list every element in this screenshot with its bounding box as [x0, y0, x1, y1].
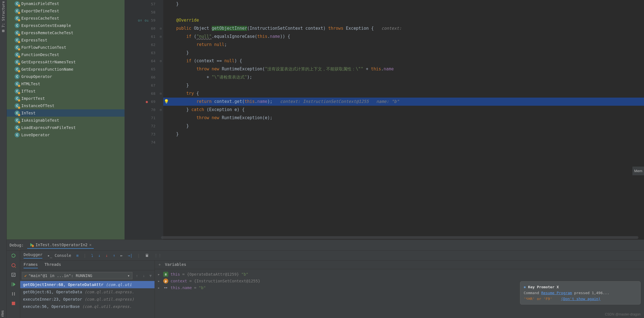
filter-icon[interactable]: ▼ — [148, 273, 153, 278]
fold-toggle[interactable] — [158, 49, 163, 57]
fold-toggle[interactable] — [158, 8, 163, 16]
fold-toggle[interactable]: ⊟ — [158, 57, 163, 65]
update-button[interactable] — [11, 272, 16, 278]
threads-tab[interactable]: Threads — [45, 262, 61, 268]
structure-item[interactable]: CExpressContextExample — [7, 22, 125, 29]
fold-toggle[interactable]: ⊟ — [158, 33, 163, 41]
frame-list[interactable]: getObjectInner:68, OperateDataAttr (com.… — [20, 281, 155, 318]
gutter-line[interactable]: 70 — [125, 106, 155, 114]
fold-toggle[interactable] — [158, 114, 163, 122]
gutter-line[interactable]: 65 — [125, 65, 155, 73]
editor-gutter[interactable]: 5758o↑o↓59606162636465666768●69707172737… — [125, 0, 158, 239]
structure-item[interactable]: CInstanceOfTest — [7, 102, 125, 109]
code-editor[interactable]: 5758o↑o↓59606162636465666768●69707172737… — [125, 0, 644, 239]
prev-frame-icon[interactable]: ↑ — [135, 273, 139, 278]
modify-run-button[interactable] — [11, 262, 16, 268]
thread-dropdown[interactable]: ✔ "main"@1 in ...in": RUNNING ▾ — [22, 272, 132, 279]
fold-toggle[interactable] — [158, 0, 163, 8]
resume-button[interactable] — [11, 282, 16, 287]
structure-item[interactable]: CGetExpressAttrNamesTest — [7, 58, 125, 66]
fold-toggle[interactable]: ⊟ — [158, 89, 163, 98]
horizontal-scrollbar[interactable] — [161, 236, 638, 239]
expand-icon[interactable]: ▸ — [158, 272, 161, 276]
force-step-into-icon[interactable]: ↓ — [105, 253, 108, 258]
code-line[interactable]: + "\"请检查表达式"); — [163, 73, 644, 81]
variable-row[interactable]: ▸≡this = {OperateDataAttr@1259} "b" — [158, 271, 641, 278]
code-line[interactable]: } — [163, 81, 644, 89]
structure-item[interactable]: CIfTest — [7, 87, 125, 95]
gutter-line[interactable]: 72 — [125, 122, 155, 130]
close-icon[interactable]: × — [89, 243, 91, 247]
fold-toggle[interactable] — [158, 130, 163, 138]
show-execution-icon[interactable]: ≡ — [76, 253, 79, 258]
fold-toggle[interactable] — [158, 122, 163, 130]
evaluate-icon[interactable]: 🖩 — [145, 253, 149, 258]
resume-program-link[interactable]: Resume Program — [541, 291, 572, 295]
code-line[interactable]: } — [163, 122, 644, 130]
gutter-line[interactable]: 66 — [125, 73, 155, 81]
fold-toggle[interactable] — [158, 98, 163, 106]
gutter-line[interactable]: 67 — [125, 81, 155, 89]
structure-item[interactable]: CHTMLTest — [7, 80, 125, 87]
gutter-line[interactable]: 61 — [125, 33, 155, 41]
stack-frame[interactable]: getObject:61, OperateData (com.ql.util.e… — [20, 288, 155, 296]
fold-toggle[interactable] — [158, 65, 163, 73]
pause-button[interactable] — [11, 291, 16, 297]
console-tab[interactable]: ▸_ Console — [47, 253, 71, 258]
code-line[interactable]: @Override — [163, 16, 644, 24]
code-line[interactable]: throw new RuntimeException("没有设置表达式计算的上下… — [163, 65, 644, 73]
code-line[interactable]: 💡 return context.get(this.name); context… — [163, 98, 644, 106]
code-line[interactable]: return null; — [163, 41, 644, 49]
gutter-line[interactable]: 60 — [125, 24, 155, 33]
code-line[interactable]: public Object getObjectInner(Instruction… — [163, 24, 644, 33]
gutter-line[interactable]: 58 — [125, 8, 155, 16]
gutter-line[interactable]: 73 — [125, 130, 155, 138]
next-frame-icon[interactable]: ↓ — [141, 273, 146, 278]
run-to-cursor-icon[interactable]: →| — [128, 253, 132, 258]
structure-tree[interactable]: CDynamicFieldTestCExportDefineTestCExpre… — [7, 0, 125, 239]
gutter-line[interactable]: ●69 — [125, 98, 155, 106]
override-icon[interactable]: o↑ — [137, 16, 142, 24]
fold-toggle[interactable] — [158, 16, 163, 24]
debugger-tab[interactable]: Debugger — [24, 252, 42, 259]
rerun-button[interactable] — [11, 253, 16, 259]
code-line[interactable]: } catch (Exception e) { — [163, 106, 644, 114]
structure-item[interactable]: CExpressRemoteCacheTest — [7, 29, 125, 36]
structure-item[interactable]: CDynamicFieldTest — [7, 0, 125, 7]
structure-item[interactable]: CLoveOperator — [7, 131, 125, 139]
memory-tab[interactable]: Mem — [632, 167, 644, 175]
fold-toggle[interactable] — [158, 41, 163, 49]
fold-toggle[interactable] — [158, 138, 163, 146]
gutter-line[interactable]: 68 — [125, 89, 155, 98]
structure-item[interactable]: CLoadExpressFromFileTest — [7, 124, 125, 131]
stack-frame[interactable]: executeInner:23, Operator (com.ql.util.e… — [20, 296, 155, 303]
code-line[interactable]: } — [163, 0, 644, 8]
debug-run-tab[interactable]: InTest.testOperatorIn2 × — [27, 241, 94, 249]
gutter-line[interactable]: 71 — [125, 114, 155, 122]
code-area[interactable]: } @Override public Object getObjectInner… — [163, 0, 644, 239]
fold-toggle[interactable] — [158, 81, 163, 89]
favorites-tool-button[interactable]: rites — [1, 310, 4, 317]
frames-tab[interactable]: Frames — [24, 262, 38, 268]
structure-item[interactable]: CGroupOperator — [7, 73, 125, 80]
structure-item[interactable]: CForFlowFunctionTest — [7, 44, 125, 51]
structure-item[interactable]: CExpressCacheTest — [7, 15, 125, 22]
structure-item[interactable]: CInTest — [7, 109, 125, 117]
structure-item[interactable]: CExportDefineTest — [7, 7, 125, 15]
drop-frame-icon[interactable]: ⇤ — [120, 253, 123, 258]
fold-toggle[interactable]: ⊟ — [158, 106, 163, 114]
step-over-icon[interactable]: ⤵ — [91, 253, 93, 258]
dont-show-link[interactable]: (Don't show again) — [561, 297, 601, 301]
stack-frame[interactable]: execute:56, OperatorBase (com.ql.util.ex… — [20, 303, 155, 310]
code-line[interactable]: try { — [163, 89, 644, 98]
gutter-line[interactable]: 63 — [125, 49, 155, 57]
code-line[interactable] — [163, 8, 644, 16]
break-icon[interactable]: ● — [144, 98, 149, 106]
gutter-line[interactable]: o↑o↓59 — [125, 16, 155, 24]
gutter-line[interactable]: 57 — [125, 0, 155, 8]
code-line[interactable]: } — [163, 130, 644, 138]
code-line[interactable]: if (context == null) { — [163, 57, 644, 65]
code-line[interactable] — [163, 138, 644, 146]
step-out-icon[interactable]: ↑ — [113, 253, 115, 258]
add-watch-icon[interactable]: ＋ — [158, 262, 162, 267]
